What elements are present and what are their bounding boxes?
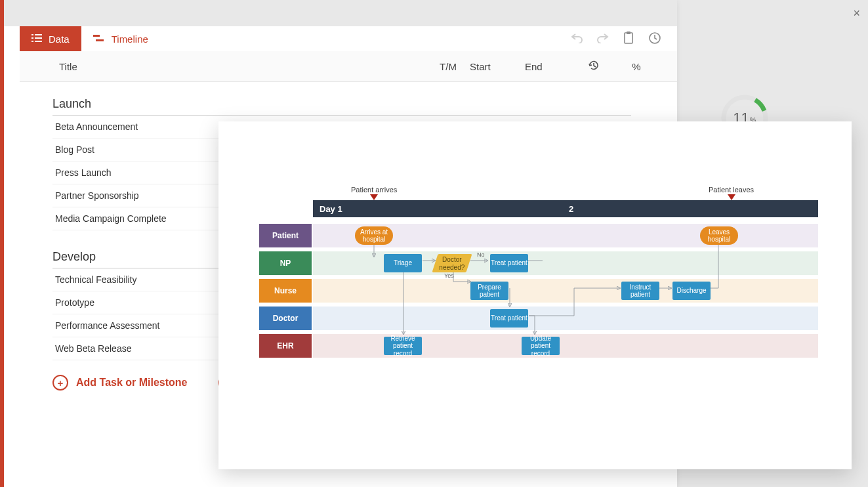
list-icon <box>31 33 42 45</box>
lane-nurse: Nurse <box>259 279 818 303</box>
node-retrieve: Retrieve patient record <box>384 337 422 355</box>
svg-rect-0 <box>31 34 33 35</box>
clock-icon[interactable] <box>648 32 661 47</box>
lane-label: NP <box>259 251 312 275</box>
svg-rect-1 <box>35 34 42 35</box>
toolbar <box>571 26 661 51</box>
marker-arrive: Patient arrives <box>351 186 397 200</box>
undo-button[interactable] <box>571 33 583 45</box>
node-triage: Triage <box>384 254 422 272</box>
label-no: No <box>477 251 485 258</box>
redo-button[interactable] <box>597 33 609 45</box>
svg-rect-5 <box>35 41 42 42</box>
tab-data-label: Data <box>49 33 70 45</box>
node-discharge: Discharge <box>672 282 711 300</box>
node-treat-np: Treat patient <box>490 254 528 272</box>
col-title: Title <box>20 61 426 72</box>
lane-label: Nurse <box>259 279 312 303</box>
lane-doctor: Doctor <box>259 307 818 330</box>
label-yes: Yes <box>444 272 454 279</box>
svg-rect-3 <box>35 37 42 39</box>
swimlane-diagram: Patient arrives Patient leaves Day 1 2 P… <box>259 196 818 379</box>
panel-top-bg <box>4 0 677 26</box>
tab-bar: Data Timeline <box>20 26 160 51</box>
clipboard-icon[interactable] <box>623 32 634 47</box>
close-icon[interactable]: × <box>853 7 860 20</box>
tab-timeline[interactable]: Timeline <box>81 26 160 51</box>
node-decision: Doctor needed? <box>432 254 472 272</box>
col-tm: T/M <box>426 61 470 72</box>
svg-rect-9 <box>627 32 630 34</box>
node-instruct: Instruct patient <box>621 282 659 300</box>
col-percent: % <box>617 61 656 72</box>
marker-leave: Patient leaves <box>709 186 754 200</box>
day-header: Day 1 2 <box>313 200 818 217</box>
node-arrives: Arrives at hospital <box>355 226 393 245</box>
svg-rect-2 <box>31 37 33 39</box>
node-prepare: Prepare patient <box>470 282 508 300</box>
svg-rect-4 <box>31 41 33 42</box>
node-update: Update patient record <box>522 337 560 355</box>
col-history <box>571 60 617 74</box>
plus-circle-icon: + <box>52 375 68 391</box>
lane-label: Patient <box>259 224 312 247</box>
swimlane-overlay: Patient arrives Patient leaves Day 1 2 P… <box>218 121 852 469</box>
add-task-label: Add Task or Milestone <box>76 377 188 389</box>
node-leaves: Leaves hospital <box>700 226 738 245</box>
node-treat-doctor: Treat patient <box>490 309 528 328</box>
svg-rect-6 <box>93 35 100 37</box>
lane-label: Doctor <box>259 307 312 330</box>
column-headers: Title T/M Start End % <box>20 51 677 82</box>
col-start: Start <box>470 61 518 72</box>
tab-timeline-label: Timeline <box>112 33 148 45</box>
lane-np: NP <box>259 251 818 275</box>
lane-label: EHR <box>259 334 312 358</box>
col-end: End <box>518 61 571 72</box>
svg-rect-7 <box>96 39 104 41</box>
group-launch[interactable]: Launch <box>52 95 631 116</box>
tab-data[interactable]: Data <box>20 26 81 51</box>
svg-rect-8 <box>625 33 632 43</box>
timeline-icon <box>93 33 105 45</box>
